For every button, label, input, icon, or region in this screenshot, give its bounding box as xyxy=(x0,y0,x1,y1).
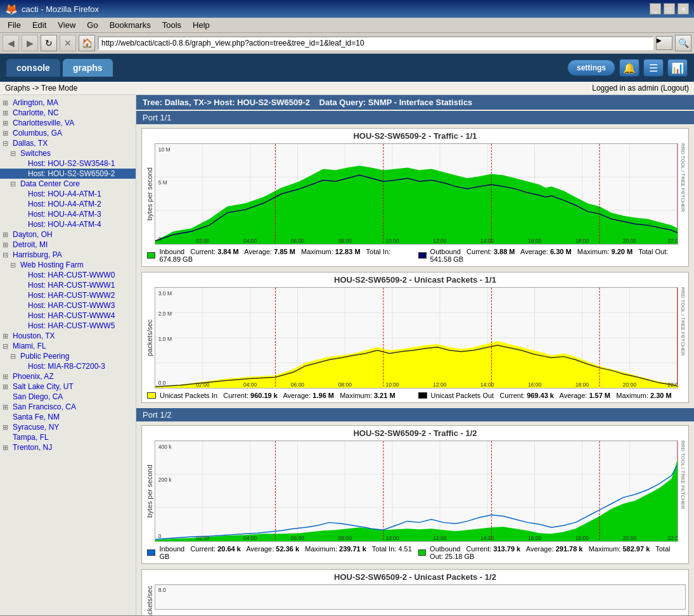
sidebar-item-webhostingfarm[interactable]: ⊟ Web Hosting Farm xyxy=(0,260,136,270)
forward-button[interactable]: ▶ xyxy=(22,35,38,51)
sidebar-item-sanfrancisco[interactable]: ⊞ San Francisco, CA xyxy=(0,402,136,412)
back-button[interactable]: ◀ xyxy=(3,35,19,51)
sidebar-item-houston[interactable]: ⊞ Houston, TX xyxy=(0,331,136,341)
go-button[interactable]: ▶ xyxy=(656,36,672,50)
sidebar-item-dayton[interactable]: ⊞ Dayton, OH xyxy=(0,229,136,240)
sidebar-item-sw3548[interactable]: Host: HOU-S2-SW3548-1 xyxy=(0,158,136,169)
graph-area-unicast11: 3.0 M 2.0 M 1.0 M 0.0 02:00 04:00 06:00 … xyxy=(155,287,678,388)
sidebar-link[interactable]: Salt Lake City, UT xyxy=(13,382,74,391)
menu-tools[interactable]: Tools xyxy=(157,19,186,31)
sidebar-link[interactable]: Switches xyxy=(20,149,51,158)
sidebar-link[interactable]: Host: HOU-A4-ATM-4 xyxy=(28,220,101,229)
reload-button[interactable]: ↻ xyxy=(41,35,57,51)
sidebar-link[interactable]: San Diego, CA xyxy=(13,392,63,401)
sidebar-link[interactable]: San Francisco, CA xyxy=(13,402,76,411)
sidebar-link[interactable]: Host: HAR-CUST-WWW1 xyxy=(28,281,115,290)
list-button[interactable]: ☰ xyxy=(643,59,664,77)
sidebar-link[interactable]: Host: HAR-CUST-WWW0 xyxy=(28,271,115,279)
sidebar-link[interactable]: Charlottesville, VA xyxy=(13,119,74,127)
sidebar-item-dallas[interactable]: ⊟ Dallas, TX xyxy=(0,138,136,148)
menubar: File Edit View Go Bookmarks Tools Help xyxy=(0,18,694,33)
sidebar-link[interactable]: Host: HOU-A4-ATM-3 xyxy=(28,210,101,219)
menu-bookmarks[interactable]: Bookmarks xyxy=(105,19,156,31)
sidebar-link[interactable]: Charlotte, NC xyxy=(13,108,59,117)
sidebar-link[interactable]: Miami, FL xyxy=(13,342,46,350)
sidebar-item-www2[interactable]: Host: HAR-CUST-WWW2 xyxy=(0,290,136,300)
sidebar-item-atm4[interactable]: Host: HOU-A4-ATM-4 xyxy=(0,219,136,229)
menu-help[interactable]: Help xyxy=(188,19,215,31)
sidebar-item-publicpeering[interactable]: ⊟ Public Peering xyxy=(0,351,136,361)
menu-go[interactable]: Go xyxy=(82,19,103,31)
sidebar-link[interactable]: Host: HAR-CUST-WWW4 xyxy=(28,311,115,320)
sidebar-link[interactable]: Syracuse, NY xyxy=(13,423,59,432)
sidebar-item-www5[interactable]: Host: HAR-CUST-WWW5 xyxy=(0,321,136,331)
sidebar-item-miami[interactable]: ⊟ Miami, FL xyxy=(0,341,136,351)
sidebar-item-charlottesville[interactable]: ⊞ Charlottesville, VA xyxy=(0,118,136,128)
sidebar-link[interactable]: Dallas, TX xyxy=(13,139,48,148)
maximize-button[interactable]: □ xyxy=(664,3,675,15)
sidebar-link[interactable]: Host: HAR-CUST-WWW3 xyxy=(28,301,115,310)
address-input[interactable] xyxy=(98,36,653,50)
sidebar-item-santafe[interactable]: Santa Fe, NM xyxy=(0,412,136,422)
sidebar-item-www1[interactable]: Host: HAR-CUST-WWW1 xyxy=(0,280,136,290)
sidebar-item-www0[interactable]: Host: HAR-CUST-WWW0 xyxy=(0,270,136,280)
menu-view[interactable]: View xyxy=(53,19,80,31)
expand-icon: ⊞ xyxy=(3,231,11,239)
home-button[interactable]: 🏠 xyxy=(79,35,95,51)
sidebar-item-harrisburg[interactable]: ⊟ Harrisburg, PA xyxy=(0,250,136,260)
sidebar-link[interactable]: Santa Fe, NM xyxy=(13,413,60,421)
sidebar-link[interactable]: Host: HAR-CUST-WWW5 xyxy=(28,321,115,330)
alert-button[interactable]: 🔔 xyxy=(619,59,639,77)
sidebar-item-trenton[interactable]: ⊞ Trenton, NJ xyxy=(0,442,136,452)
sidebar-item-atm2[interactable]: Host: HOU-A4-ATM-2 xyxy=(0,199,136,209)
sidebar-link[interactable]: Arlington, MA xyxy=(13,98,58,107)
sidebar-link[interactable]: Web Hosting Farm xyxy=(20,260,84,269)
close-button[interactable]: ✕ xyxy=(678,3,689,15)
sidebar-link[interactable]: Tampa, FL xyxy=(13,433,49,442)
tab-graphs[interactable]: graphs xyxy=(63,59,113,77)
sidebar-link[interactable]: Trenton, NJ xyxy=(13,443,52,452)
expand-icon: ⊞ xyxy=(3,241,11,249)
menu-edit[interactable]: Edit xyxy=(27,19,51,31)
sidebar-item-datacentercore[interactable]: ⊟ Data Center Core xyxy=(0,179,136,189)
sidebar-item-phoenix[interactable]: ⊞ Phoenix, AZ xyxy=(0,371,136,382)
sidebar-item-atm3[interactable]: Host: HOU-A4-ATM-3 xyxy=(0,209,136,219)
sidebar-item-www3[interactable]: Host: HAR-CUST-WWW3 xyxy=(0,300,136,311)
sidebar-link[interactable]: Phoenix, AZ xyxy=(13,372,54,381)
sidebar-link[interactable]: Public Peering xyxy=(20,352,69,361)
stop-button[interactable]: ✕ xyxy=(60,35,76,51)
sidebar-link[interactable]: Houston, TX xyxy=(13,331,55,340)
sidebar-item-arlington[interactable]: ⊞ Arlington, MA xyxy=(0,98,136,108)
sidebar-item-tampa[interactable]: Tampa, FL xyxy=(0,432,136,442)
sidebar-item-switches[interactable]: ⊟ Switches xyxy=(0,148,136,158)
sidebar-item-saltlake[interactable]: ⊞ Salt Lake City, UT xyxy=(0,382,136,392)
sidebar-item-mia[interactable]: Host: MIA-R8-C7200-3 xyxy=(0,361,136,371)
sidebar-item-www4[interactable]: Host: HAR-CUST-WWW4 xyxy=(0,311,136,321)
sidebar-link[interactable]: Columbus, GA xyxy=(13,129,62,138)
sidebar-link[interactable]: Host: HOU-S2-SW3548-1 xyxy=(28,159,115,168)
sidebar-link[interactable]: Host: HAR-CUST-WWW2 xyxy=(28,291,115,300)
sidebar-link[interactable]: Host: HOU-A4-ATM-1 xyxy=(28,189,101,198)
sidebar-link[interactable]: Host: HOU-A4-ATM-2 xyxy=(28,200,101,209)
settings-button[interactable]: settings xyxy=(567,60,615,76)
sidebar-item-sw6509[interactable]: Host: HOU-S2-SW6509-2 xyxy=(0,169,136,179)
tab-console[interactable]: console xyxy=(6,59,60,77)
svg-text:04:00: 04:00 xyxy=(243,382,257,388)
chart-button[interactable]: 📊 xyxy=(667,59,688,77)
search-icon[interactable]: 🔍 xyxy=(675,35,691,51)
app-tabs: console graphs xyxy=(6,59,113,77)
window-controls[interactable]: _ □ ✕ xyxy=(650,3,689,15)
sidebar-item-sandiego[interactable]: San Diego, CA xyxy=(0,392,136,402)
sidebar-link[interactable]: Harrisburg, PA xyxy=(13,250,62,259)
sidebar-item-syracuse[interactable]: ⊞ Syracuse, NY xyxy=(0,422,136,432)
sidebar-item-charlotte[interactable]: ⊞ Charlotte, NC xyxy=(0,108,136,118)
minimize-button[interactable]: _ xyxy=(650,3,661,15)
sidebar-link[interactable]: Dayton, OH xyxy=(13,230,53,239)
sidebar-link[interactable]: Detroit, MI xyxy=(13,240,48,249)
sidebar-link[interactable]: Data Center Core xyxy=(20,179,80,188)
sidebar-item-atm1[interactable]: Host: HOU-A4-ATM-1 xyxy=(0,189,136,199)
sidebar-link[interactable]: Host: MIA-R8-C7200-3 xyxy=(28,362,105,371)
sidebar-item-detroit[interactable]: ⊞ Detroit, MI xyxy=(0,240,136,250)
sidebar-item-columbus[interactable]: ⊞ Columbus, GA xyxy=(0,128,136,138)
menu-file[interactable]: File xyxy=(3,19,26,31)
